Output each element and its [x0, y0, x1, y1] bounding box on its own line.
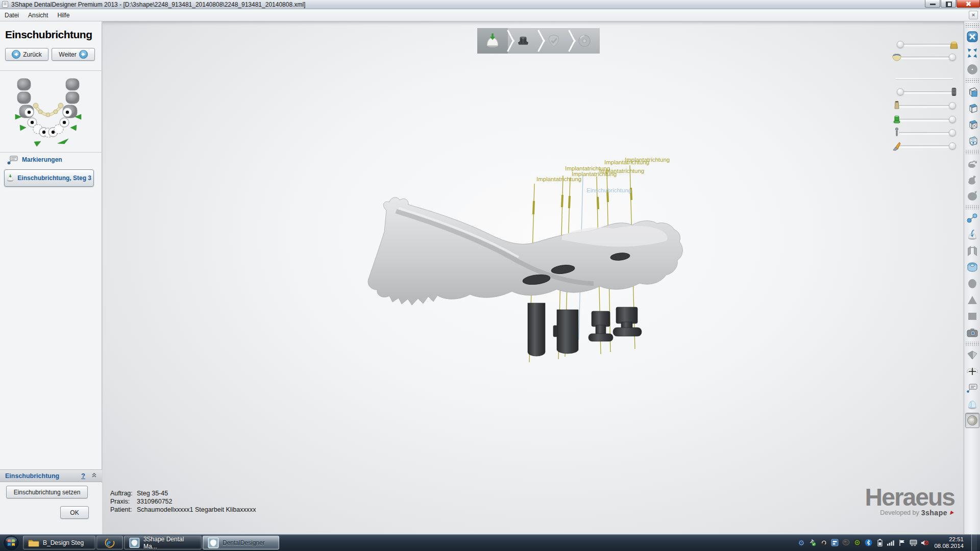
toolbar-grip[interactable] — [966, 150, 979, 154]
blockout-tool-button[interactable] — [965, 188, 979, 204]
menu-datei[interactable]: Datei — [0, 10, 23, 20]
ok-button[interactable]: OK — [60, 506, 89, 519]
implant-analogs[interactable] — [528, 303, 642, 356]
view-cube-front-button[interactable] — [965, 84, 979, 99]
menu-bar: Datei Ansicht Hilfe × — [0, 9, 980, 21]
undercut-tool-button[interactable] — [965, 156, 979, 171]
view-prism-button[interactable] — [965, 347, 979, 363]
workflow-step-insertion-direction[interactable] — [477, 28, 508, 54]
usb-safely-remove-icon[interactable] — [808, 539, 816, 546]
clamp-tool-button[interactable] — [965, 243, 979, 259]
insertion-direction-view-button[interactable] — [965, 413, 979, 428]
workflow-separator — [535, 28, 542, 54]
slider-track[interactable] — [899, 91, 953, 93]
sidebar-item-label: Einschubrichtung, Steg 3 — [17, 174, 91, 182]
undercut-tool-2-button[interactable] — [965, 172, 979, 187]
screw-icon — [891, 127, 903, 139]
praxis-value: 3310960752 — [137, 498, 173, 505]
measure-tape-button[interactable] — [965, 260, 979, 275]
toolbar-grip[interactable] — [966, 342, 979, 346]
slider-handle[interactable] — [897, 41, 904, 48]
jaw-scan-model[interactable] — [368, 197, 682, 305]
close-button[interactable] — [957, 0, 980, 8]
slider-track[interactable] — [899, 132, 953, 134]
screenshot-camera-button[interactable] — [965, 325, 979, 340]
taskbar: B_Design Steg e 3Shape Dental Ma... Dent… — [0, 534, 980, 551]
shape-rectangle-button[interactable] — [965, 309, 979, 324]
settings-gear-icon[interactable]: ⚙ — [797, 539, 805, 546]
view-cube-side-button[interactable] — [965, 117, 979, 132]
shape-ellipse-button[interactable] — [965, 276, 979, 291]
abutment-view-button[interactable] — [965, 396, 979, 412]
back-button[interactable]: Zurück — [5, 48, 48, 61]
start-button[interactable] — [0, 534, 22, 551]
display-settings-icon[interactable] — [910, 539, 917, 546]
windows-logo-icon — [4, 535, 19, 550]
bluetooth-icon[interactable] — [865, 539, 872, 546]
slider-handle[interactable] — [949, 54, 956, 61]
touchpad-icon[interactable] — [842, 539, 850, 546]
slider-handle[interactable] — [949, 129, 956, 136]
zoom-ball-button[interactable] — [965, 62, 979, 77]
order-info: Auftrag:Steg 35-45 Praxis:3310960752 Pat… — [110, 489, 256, 514]
help-link[interactable]: ? — [81, 472, 85, 480]
tool-panel-header[interactable]: Einschubrichtung ? — [0, 469, 102, 482]
view-cube-top-button[interactable] — [965, 101, 979, 116]
sync-app-icon[interactable] — [820, 539, 827, 546]
sidebar-item-einschubrichtung-steg[interactable]: Einschubrichtung, Steg 3 — [4, 169, 94, 187]
nvidia-settings-icon[interactable] — [853, 539, 861, 546]
taskbar-button-internet-explorer[interactable]: e — [96, 536, 123, 549]
slider-track[interactable] — [899, 44, 953, 46]
battery-icon[interactable] — [876, 539, 884, 546]
slider-handle[interactable] — [897, 88, 904, 95]
menu-hilfe[interactable]: Hilfe — [53, 10, 74, 20]
network-signal-icon[interactable] — [887, 539, 895, 546]
slider-track[interactable] — [899, 57, 953, 59]
collapse-chevron-icon[interactable] — [91, 472, 97, 480]
annotation-button[interactable] — [965, 380, 979, 395]
taskbar-button-3shape-dental-manager[interactable]: 3Shape Dental Ma... — [124, 536, 202, 549]
toolbar-grip[interactable] — [966, 23, 979, 28]
minimize-button[interactable] — [925, 0, 940, 8]
expand-view-button[interactable] — [965, 45, 979, 61]
scan-model-canvas[interactable] — [103, 21, 964, 534]
set-insertion-direction-button[interactable]: Einschubrichtung setzen — [6, 486, 88, 498]
abutment-direction-icon — [485, 33, 500, 48]
toolbar-grip[interactable] — [966, 79, 979, 83]
slider-track[interactable] — [899, 145, 953, 147]
workspace-close-button[interactable]: × — [969, 11, 978, 19]
direction-indicator-button[interactable] — [965, 227, 979, 242]
back-button-label: Zurück — [23, 51, 42, 58]
show-desktop-button[interactable] — [971, 534, 977, 551]
taskbar-button-dentaldesigner[interactable]: DentalDesigner — [203, 536, 279, 549]
next-button[interactable]: Weiter — [52, 48, 95, 61]
slider-handle[interactable] — [949, 142, 956, 149]
restore-button[interactable] — [941, 0, 956, 8]
page-title: Einschubrichtung — [5, 29, 92, 41]
slider-track[interactable] — [899, 105, 953, 107]
view-cube-eye-button[interactable] — [965, 133, 979, 148]
menu-ansicht[interactable]: Ansicht — [23, 10, 53, 20]
tooth-overview-diagram[interactable] — [6, 74, 90, 150]
implant-screw-icon — [948, 86, 960, 98]
input-language-icon[interactable] — [831, 539, 839, 546]
workflow-steps — [477, 28, 600, 54]
measure-distance-button[interactable] — [965, 211, 979, 226]
slider-handle[interactable] — [949, 102, 956, 109]
close-view-button[interactable] — [965, 29, 979, 44]
sidebar-item-markierungen[interactable]: Markierungen — [7, 155, 62, 164]
implant-direction-label: Implantatrichtung — [625, 157, 670, 163]
shape-triangle-button[interactable] — [965, 292, 979, 308]
viewport-3d[interactable]: Implantatrichtung Implantatrichtung Impl… — [103, 21, 964, 534]
marker-note-icon — [7, 155, 18, 164]
volume-muted-icon[interactable] — [921, 539, 928, 546]
slider-track[interactable] — [899, 119, 953, 121]
action-center-flag-icon[interactable] — [898, 539, 906, 546]
clock-time: 22:51 — [934, 536, 964, 543]
title-bar[interactable]: 3Shape DentalDesigner Premium 2013 - [D:… — [0, 0, 980, 9]
toolbar-grip[interactable] — [966, 205, 979, 209]
articulator-button[interactable] — [965, 364, 979, 379]
taskbar-clock[interactable]: 22:51 08.08.2014 — [932, 536, 968, 549]
slider-handle[interactable] — [949, 116, 956, 123]
taskbar-button-folder[interactable]: B_Design Steg — [23, 536, 95, 549]
